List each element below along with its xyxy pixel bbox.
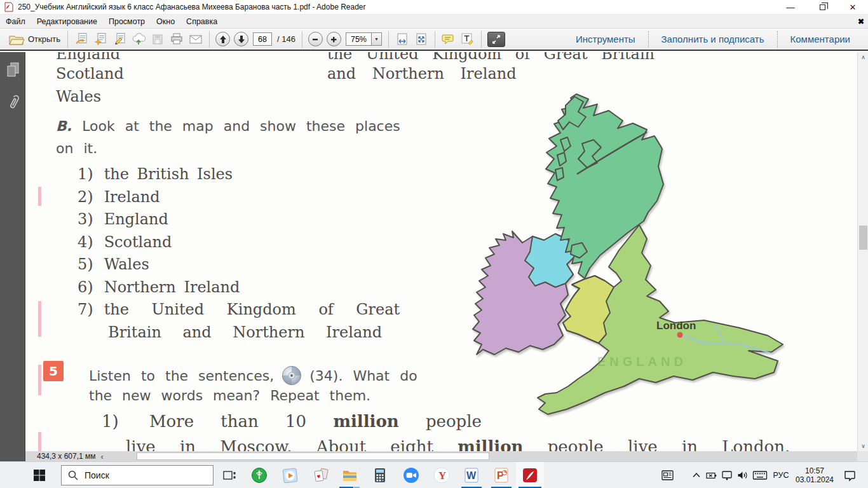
fill-sign-panel-button[interactable]: Заполнить и подписать xyxy=(649,31,777,48)
zoom-combobox[interactable]: 75% ▼ xyxy=(346,32,382,46)
page-edge-mark xyxy=(38,301,41,337)
taskbar-app-zoom[interactable] xyxy=(397,462,425,488)
fullscreen-button[interactable] xyxy=(487,32,505,47)
toolbar-panels: Инструменты Заполнить и подписать Коммен… xyxy=(563,29,863,50)
task-b-label: B. xyxy=(56,118,72,134)
restore-button[interactable] xyxy=(808,0,836,14)
menu-view[interactable]: Просмотр xyxy=(103,15,151,28)
email-button[interactable] xyxy=(188,32,203,47)
display-cast-icon[interactable] xyxy=(719,462,735,488)
scroll-up-button[interactable]: ∧ xyxy=(858,52,868,62)
action-center-button[interactable] xyxy=(839,462,860,488)
menubar: Файл Редактирование Просмотр Окно Справк… xyxy=(0,15,868,29)
window-title: 250_Учебник Английский язык 6 класс Афан… xyxy=(18,3,366,11)
create-pdf-button[interactable] xyxy=(93,32,108,47)
open-folder-icon xyxy=(8,33,25,46)
horizontal-scrollbar-thumb[interactable] xyxy=(137,452,489,460)
taskbar-app-calculator[interactable] xyxy=(366,462,394,488)
close-button[interactable]: ✕ xyxy=(839,0,867,14)
task-view-icon xyxy=(222,469,236,482)
taskbar-app-explorer[interactable] xyxy=(336,462,363,488)
card-game-icon: ♥ xyxy=(313,467,330,484)
highlight-text-button[interactable] xyxy=(460,32,475,47)
search-icon xyxy=(68,470,78,480)
start-button[interactable] xyxy=(25,462,53,488)
comment-bubble-icon xyxy=(442,32,456,46)
add-comment-button[interactable] xyxy=(441,32,456,47)
window-titlebar: 250_Учебник Английский язык 6 класс Афан… xyxy=(0,0,868,15)
menu-edit[interactable]: Редактирование xyxy=(31,15,103,28)
close-document-button[interactable]: ✖ xyxy=(858,15,864,29)
menu-help[interactable]: Справка xyxy=(180,15,223,28)
page-edge-mark xyxy=(38,432,41,451)
map-london-label: London xyxy=(656,320,696,332)
svg-text:W: W xyxy=(466,470,477,481)
scroll-left-button[interactable]: ‹ xyxy=(101,452,104,461)
news-widget-button[interactable] xyxy=(658,462,677,488)
send-to-cloud-button[interactable] xyxy=(131,32,146,47)
task-view-button[interactable] xyxy=(215,462,243,488)
status-scroll-bar: 434,3 x 607,1 мм ‹ › xyxy=(25,451,868,461)
plus-icon xyxy=(330,36,337,43)
taskbar-app-media-player[interactable] xyxy=(276,462,304,488)
print-button[interactable] xyxy=(169,32,184,47)
paperclip-icon xyxy=(5,93,20,112)
show-hidden-icons-button[interactable] xyxy=(689,462,704,488)
search-input[interactable] xyxy=(85,470,193,480)
battery-status-icon[interactable] xyxy=(704,462,719,488)
vertical-scrollbar[interactable]: ∧ ∨ xyxy=(857,52,868,451)
save-button[interactable] xyxy=(150,32,165,47)
clock[interactable]: 10:57 03.01.2024 xyxy=(793,462,836,488)
news-icon xyxy=(661,469,675,482)
file-explorer-icon xyxy=(341,467,358,484)
page-thumbnails-icon xyxy=(5,62,20,78)
page-number-input[interactable] xyxy=(253,32,272,46)
notification-bubble-icon xyxy=(843,469,856,482)
scroll-down-button[interactable]: ∨ xyxy=(858,441,868,451)
taskbar-app-broadcast[interactable] xyxy=(245,462,273,488)
attachments-button[interactable] xyxy=(0,90,25,116)
language-indicator[interactable]: РУС xyxy=(770,462,792,488)
cd-icon xyxy=(280,365,303,386)
menu-window[interactable]: Окно xyxy=(151,15,180,28)
taskbar-app-yandex[interactable]: Y xyxy=(428,462,456,488)
svg-text:Y: Y xyxy=(438,470,446,482)
taskbar-app-games[interactable]: ♥ xyxy=(307,462,335,488)
vocab-phrase: and Northern Ireland xyxy=(327,65,517,83)
list-item: 4)Scotland xyxy=(78,233,172,251)
fit-width-button[interactable] xyxy=(395,32,410,47)
comments-panel-button[interactable]: Комментарии xyxy=(778,31,863,48)
previous-page-button[interactable] xyxy=(215,32,230,46)
fit-width-icon xyxy=(395,32,409,46)
media-player-icon xyxy=(281,467,299,484)
toolbar-separator xyxy=(388,31,389,48)
sign-document-button[interactable] xyxy=(112,32,127,47)
zoom-out-button[interactable] xyxy=(308,32,323,46)
pdf-page[interactable]: England the United Kingdom of Great Brit… xyxy=(25,52,857,451)
volume-button[interactable] xyxy=(735,462,751,488)
toolbar-separator xyxy=(302,31,302,48)
list-item: 3)England xyxy=(78,210,168,228)
list-item: 1)the British Isles xyxy=(78,165,233,183)
adobe-reader-icon xyxy=(522,467,538,484)
battery-icon xyxy=(705,470,718,480)
vertical-scrollbar-thumb[interactable] xyxy=(859,226,867,250)
taskbar-app-powerpoint[interactable]: P xyxy=(487,462,515,488)
touch-keyboard-button[interactable] xyxy=(751,462,769,488)
menu-file[interactable]: Файл xyxy=(0,15,31,28)
task-b-text: Look at the map and show these places xyxy=(82,118,400,134)
page-thumbnails-button[interactable] xyxy=(0,57,25,83)
taskbar-search[interactable] xyxy=(61,465,214,485)
tools-panel-button[interactable]: Инструменты xyxy=(563,31,648,48)
share-document-button[interactable] xyxy=(74,32,89,47)
taskbar-app-adobe-reader-active[interactable] xyxy=(516,462,544,488)
minimize-button[interactable]: — xyxy=(776,0,804,14)
windows-logo-icon xyxy=(33,469,46,482)
print-icon xyxy=(170,32,184,46)
open-button[interactable]: Открыть xyxy=(5,32,64,47)
next-page-button[interactable] xyxy=(234,32,248,46)
taskbar-app-word[interactable]: W xyxy=(458,462,485,488)
zoom-in-button[interactable] xyxy=(327,32,341,46)
fit-page-button[interactable] xyxy=(414,32,429,47)
zoom-dropdown-button[interactable]: ▼ xyxy=(371,32,382,46)
